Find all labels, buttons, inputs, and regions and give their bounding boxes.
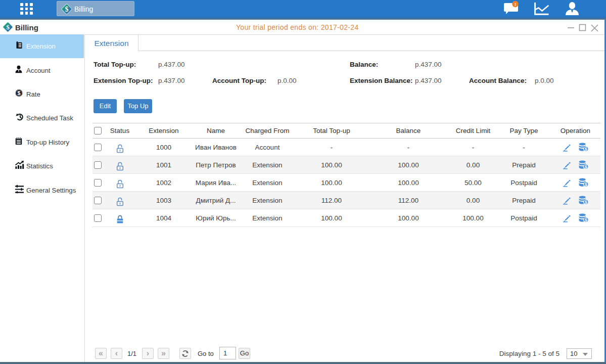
svg-text:!: ! [515, 2, 516, 7]
svg-text:$: $ [585, 217, 587, 222]
svg-text:$: $ [65, 6, 69, 13]
svg-text:$: $ [585, 182, 587, 187]
svg-text:$: $ [585, 147, 587, 152]
svg-text:$: $ [585, 164, 587, 169]
svg-text:$: $ [585, 200, 587, 205]
svg-text:$: $ [6, 23, 10, 31]
svg-text:$: $ [17, 90, 21, 96]
